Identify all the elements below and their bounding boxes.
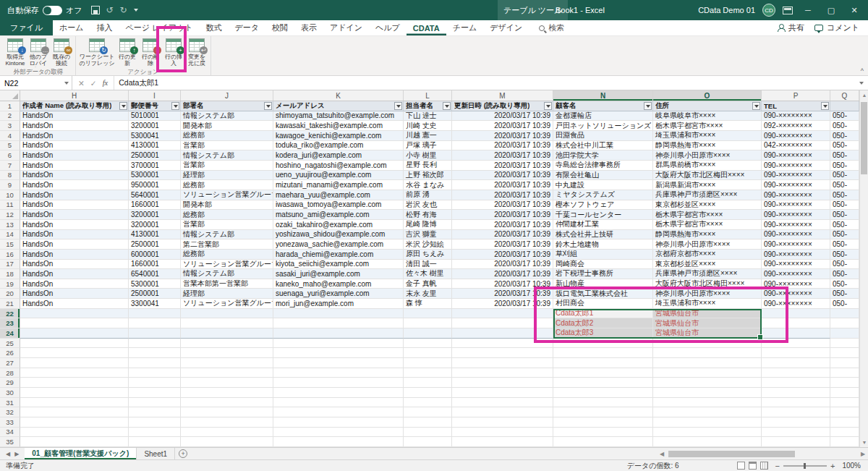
cell[interactable] <box>129 318 181 328</box>
cell[interactable]: 050- <box>830 210 859 220</box>
cell[interactable]: 岡崎商会 <box>553 260 653 270</box>
cell[interactable]: ミヤタシステムズ <box>553 190 653 200</box>
cell[interactable]: maehara_yuu@example.com <box>273 190 404 200</box>
zoom-slider[interactable] <box>783 465 827 467</box>
column-header-H[interactable]: H <box>20 90 129 101</box>
cell[interactable]: 5300001 <box>129 279 181 289</box>
cell[interactable] <box>830 437 859 447</box>
cell[interactable]: 静岡県熱海市×××× <box>653 141 762 151</box>
cell[interactable]: 050- <box>830 150 859 161</box>
cell[interactable]: 2020/03/17 10:39 <box>452 289 553 299</box>
cell[interactable]: 2020/03/17 10:39 <box>452 269 553 279</box>
cell[interactable]: 090-×××××××× <box>762 289 830 299</box>
name-box[interactable]: N22 <box>0 76 72 90</box>
cell[interactable] <box>404 328 452 339</box>
cell[interactable]: 5300041 <box>129 131 181 141</box>
table-header-cell[interactable]: 作成者 Name (読み取り専用) <box>20 101 129 111</box>
row-header-24[interactable]: 24 <box>0 328 20 339</box>
cell[interactable] <box>653 378 762 388</box>
cell[interactable]: 090-×××××××× <box>762 171 830 181</box>
filter-button[interactable] <box>394 102 402 110</box>
cell[interactable] <box>20 428 129 438</box>
cell[interactable]: 情報システム部 <box>181 111 273 122</box>
cell[interactable] <box>181 348 273 358</box>
cell[interactable]: 5010001 <box>129 111 181 122</box>
cell[interactable]: shimoyama_tatsuhito@example.com <box>273 111 404 122</box>
cell[interactable]: 尾崎 隆博 <box>404 220 452 230</box>
cell[interactable]: 清田 誠一 <box>404 260 452 270</box>
cell[interactable] <box>404 437 452 447</box>
cell[interactable]: HandsOn <box>20 239 129 250</box>
row-header-4[interactable]: 4 <box>0 131 20 141</box>
column-header-M[interactable]: M <box>452 90 553 101</box>
scroll-left-icon[interactable]: ◀ <box>657 451 667 457</box>
cell[interactable] <box>273 417 404 428</box>
cell[interactable]: 松野 有海 <box>404 210 452 220</box>
scroll-right-icon[interactable]: ▶ <box>858 451 868 457</box>
cell[interactable] <box>20 339 129 349</box>
cell[interactable] <box>653 428 762 438</box>
row-header-3[interactable]: 3 <box>0 121 20 131</box>
cell[interactable]: 株式会社中川工業 <box>553 141 653 151</box>
cell[interactable]: 金子 真帆 <box>404 279 452 289</box>
table-header-cell[interactable]: 更新日時 (読み取り専用) <box>452 101 553 111</box>
horizontal-scroll-thumb[interactable] <box>668 451 795 457</box>
cell[interactable] <box>830 378 859 388</box>
column-header-J[interactable]: J <box>181 90 273 101</box>
cell[interactable]: 千葉コールセンター <box>553 210 653 220</box>
cell[interactable]: 神奈川県小田原市×××× <box>653 239 762 250</box>
row-header-20[interactable]: 20 <box>0 289 20 299</box>
cell[interactable]: kawagoe_kenichi@example.com <box>273 131 404 141</box>
cell[interactable]: 050- <box>830 121 859 131</box>
cell[interactable] <box>553 388 653 398</box>
cell[interactable]: 原田 ちえみ <box>404 250 452 260</box>
prev-sheet-icon[interactable]: ◀ <box>6 451 10 457</box>
ribbon-tab[interactable]: ファイル <box>0 20 53 35</box>
row-header-27[interactable]: 27 <box>0 358 20 368</box>
cell[interactable]: 2020/03/17 10:39 <box>452 111 553 122</box>
undo-icon[interactable]: ↺ <box>106 6 114 14</box>
cell[interactable]: 092-×××××××× <box>762 121 830 131</box>
cell[interactable]: HandsOn <box>20 150 129 161</box>
kintone-source-button[interactable]: ↓取得元 Kintone <box>4 36 27 68</box>
row-header-1[interactable]: 1 <box>0 101 20 111</box>
cell[interactable]: 090-×××××××× <box>762 230 830 240</box>
autosave-toggle[interactable]: 自動保存 オフ <box>7 5 82 16</box>
ribbon-display-options-icon[interactable] <box>783 7 793 14</box>
cell[interactable]: 村田商会 <box>553 299 653 309</box>
cell[interactable]: 静岡県熱海市×××× <box>653 230 762 240</box>
cell[interactable]: 宮城県仙台市 <box>653 309 762 319</box>
cell[interactable] <box>653 368 762 378</box>
redo-icon[interactable]: ↻ <box>120 6 127 14</box>
cell[interactable] <box>273 348 404 358</box>
ribbon-tab[interactable]: アドイン <box>323 20 369 35</box>
cell[interactable] <box>20 358 129 368</box>
cell[interactable]: HandsOn <box>20 279 129 289</box>
cell[interactable] <box>653 398 762 408</box>
cell[interactable] <box>20 407 129 417</box>
cell[interactable] <box>404 378 452 388</box>
cell[interactable] <box>653 358 762 368</box>
cell[interactable]: 開発本部 <box>181 121 273 131</box>
cell[interactable] <box>553 368 653 378</box>
cell[interactable]: 2020/03/17 10:39 <box>452 299 553 309</box>
cell[interactable]: 9500001 <box>129 180 181 190</box>
cell[interactable] <box>129 339 181 349</box>
row-header-17[interactable]: 17 <box>0 260 20 270</box>
cell[interactable] <box>273 358 404 368</box>
cell[interactable]: 神奈川県小田原市×××× <box>653 150 762 161</box>
cell[interactable]: 090-×××××××× <box>762 260 830 270</box>
cell[interactable] <box>830 339 859 349</box>
cell[interactable] <box>452 388 553 398</box>
cell[interactable]: Cdata太郎3 <box>553 328 653 339</box>
cell[interactable]: 営業部 <box>181 161 273 171</box>
cell[interactable]: 2020/03/17 10:39 <box>452 141 553 151</box>
row-header-33[interactable]: 33 <box>0 417 20 428</box>
cell[interactable]: 050- <box>830 279 859 289</box>
cell[interactable] <box>20 398 129 408</box>
cell[interactable] <box>404 398 452 408</box>
cell[interactable]: 050- <box>830 220 859 230</box>
ribbon-tab[interactable]: CDATA <box>407 20 446 35</box>
cell[interactable] <box>181 378 273 388</box>
cell[interactable]: 総務部 <box>181 210 273 220</box>
